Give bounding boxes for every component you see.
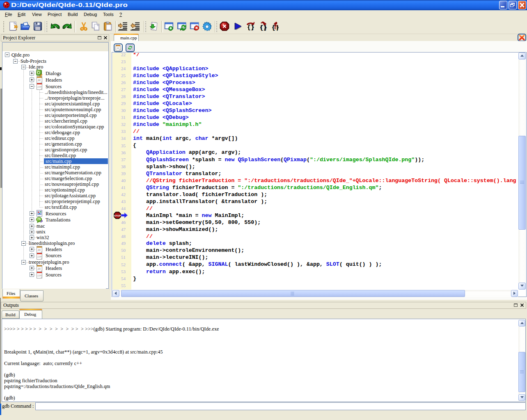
svg-text:{}: {}	[260, 25, 267, 31]
svg-text:STOP: STOP	[114, 214, 121, 217]
svg-text:.CPP: .CPP	[37, 274, 42, 277]
svg-text:.H: .H	[37, 248, 41, 252]
svg-text:.H: .H	[37, 78, 41, 82]
svg-text:.H: .H	[37, 267, 41, 271]
svg-text:.CPP: .CPP	[37, 256, 42, 258]
svg-text:{}: {}	[247, 24, 254, 31]
svg-text:.H: .H	[116, 47, 119, 50]
svg-text:.CPP: .CPP	[37, 86, 42, 88]
